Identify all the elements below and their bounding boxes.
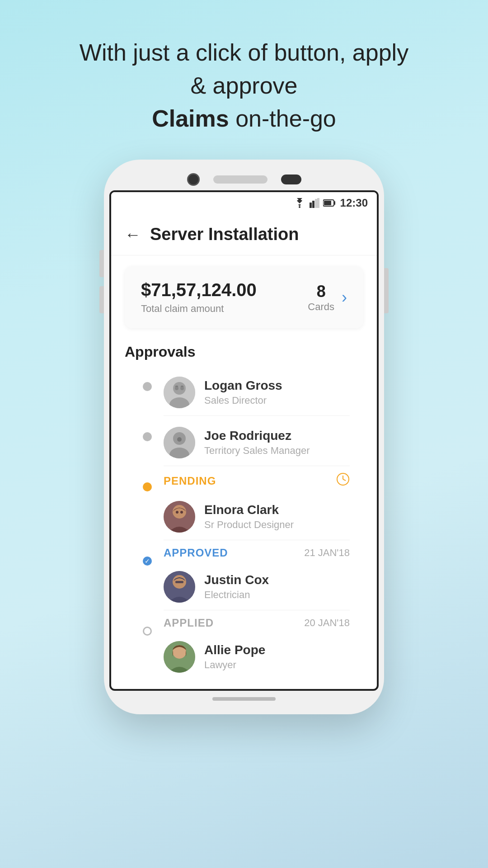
timeline: Logan Gross Sales Director: [111, 369, 377, 680]
pending-section: PENDING: [125, 470, 363, 540]
dot-2: [143, 432, 152, 441]
chevron-right-icon: ›: [342, 288, 347, 307]
approved-date: 21 JAN'18: [304, 547, 350, 559]
page-title: Server Installation: [150, 225, 299, 244]
claim-amount-section: $71,57,124.00 Total claim amount: [141, 280, 257, 315]
home-indicator: [212, 697, 276, 701]
allie-card[interactable]: Allie Pope Lawyer: [164, 634, 350, 680]
approved-content: APPROVED 21 JAN'18: [164, 544, 350, 610]
approved-section: ✓ APPROVED 21 JAN'18: [125, 544, 363, 610]
clock-svg: [336, 472, 350, 486]
avatar-joe-svg: [164, 427, 195, 458]
avatar-logan: [164, 377, 195, 408]
applied-date: 20 JAN'18: [304, 617, 350, 629]
approver-logan-content: Logan Gross Sales Director: [164, 369, 350, 416]
joe-name: Joe Rodriquez: [204, 429, 310, 443]
svg-point-12: [180, 387, 184, 390]
svg-point-11: [175, 387, 178, 390]
phone-screen: 12:30 ← Server Installation $71,57,124.0…: [109, 190, 379, 691]
joe-role: Territory Sales Manager: [204, 445, 310, 457]
status-bar: 12:30: [111, 192, 377, 214]
approver-joe-content: Joe Rodriquez Territory Sales Manager: [164, 420, 350, 466]
back-button[interactable]: ←: [125, 225, 141, 244]
svg-point-21: [173, 505, 186, 519]
avatar-allie-svg: [164, 641, 195, 673]
svg-rect-26: [175, 581, 183, 583]
applied-section: APPLIED 20 JAN'18: [125, 614, 363, 680]
dot-approved: ✓: [143, 557, 152, 566]
svg-rect-4: [317, 198, 319, 208]
allie-name: Allie Pope: [204, 643, 265, 657]
pending-label: PENDING: [164, 475, 216, 487]
allie-role: Lawyer: [204, 659, 265, 671]
app-header: ← Server Installation: [111, 214, 377, 255]
elnora-role: Sr Product Designer: [204, 519, 294, 531]
claim-cards-section: 8 Cards ›: [308, 282, 347, 313]
joe-info: Joe Rodriquez Territory Sales Manager: [204, 429, 310, 457]
svg-point-23: [180, 511, 183, 514]
phone-side-right: [384, 268, 389, 313]
volume-down-button: [99, 286, 104, 313]
justin-name: Justin Cox: [204, 573, 269, 587]
pending-header: PENDING: [164, 470, 350, 489]
status-time: 12:30: [340, 197, 368, 209]
speaker-slot: [213, 175, 267, 184]
elnora-card[interactable]: Elnora Clark Sr Product Designer: [164, 494, 350, 540]
camera-dot: [187, 173, 200, 186]
cards-count: 8: [308, 282, 334, 301]
pending-content: PENDING: [164, 470, 350, 540]
dot-col-5: [138, 614, 156, 636]
elnora-name: Elnora Clark: [204, 503, 294, 517]
dot-col-1: [138, 369, 156, 393]
applied-content: APPLIED 20 JAN'18: [164, 614, 350, 680]
svg-rect-2: [312, 201, 314, 208]
approver-joe: Joe Rodriquez Territory Sales Manager: [125, 420, 363, 466]
logan-name: Logan Gross: [204, 378, 282, 393]
avatar-elnora-svg: [164, 501, 195, 533]
logan-info: Logan Gross Sales Director: [204, 378, 282, 406]
dot-col-3: [138, 470, 156, 493]
avatar-justin-svg: [164, 571, 195, 603]
signal-icon: [310, 198, 319, 208]
svg-rect-6: [334, 201, 335, 205]
approver-logan-card[interactable]: Logan Gross Sales Director: [164, 369, 350, 416]
avatar-elnora: [164, 501, 195, 533]
approved-header: APPROVED 21 JAN'18: [164, 544, 350, 559]
applied-label: APPLIED: [164, 617, 214, 629]
dot-pending: [143, 482, 152, 491]
cards-info: 8 Cards: [308, 282, 334, 313]
avatar-logan-svg: [164, 377, 195, 408]
allie-info: Allie Pope Lawyer: [204, 643, 265, 671]
approvals-title: Approvals: [111, 339, 377, 369]
dot-col-4: ✓: [138, 544, 156, 567]
avatar-justin: [164, 571, 195, 603]
phone-bottom: [109, 691, 379, 709]
phone-shell: 12:30 ← Server Installation $71,57,124.0…: [104, 160, 384, 714]
dot-applied: [143, 627, 152, 636]
svg-point-22: [176, 511, 178, 514]
svg-rect-7: [324, 201, 331, 205]
cards-label: Cards: [308, 301, 334, 313]
approved-label: APPROVED: [164, 547, 228, 559]
clock-icon: [336, 472, 350, 489]
battery-icon: [323, 199, 336, 207]
status-icons: [293, 198, 336, 208]
avatar-allie: [164, 641, 195, 673]
avatar-joe: [164, 427, 195, 458]
headline: With just a click of button, apply & app…: [80, 36, 408, 135]
phone-side-left: [99, 250, 104, 313]
approver-logan: Logan Gross Sales Director: [125, 369, 363, 416]
wifi-icon: [293, 198, 306, 208]
justin-card[interactable]: Justin Cox Electrician: [164, 564, 350, 610]
svg-line-19: [343, 479, 346, 481]
phone-top-bar: [109, 165, 379, 190]
justin-info: Justin Cox Electrician: [204, 573, 269, 601]
svg-rect-1: [310, 203, 312, 208]
approver-joe-card[interactable]: Joe Rodriquez Territory Sales Manager: [164, 420, 350, 466]
elnora-info: Elnora Clark Sr Product Designer: [204, 503, 294, 531]
claim-amount: $71,57,124.00: [141, 280, 257, 300]
claim-amount-label: Total claim amount: [141, 303, 257, 315]
fingerprint-sensor: [281, 175, 301, 184]
power-button: [384, 268, 389, 313]
claim-card[interactable]: $71,57,124.00 Total claim amount 8 Cards…: [125, 266, 363, 328]
